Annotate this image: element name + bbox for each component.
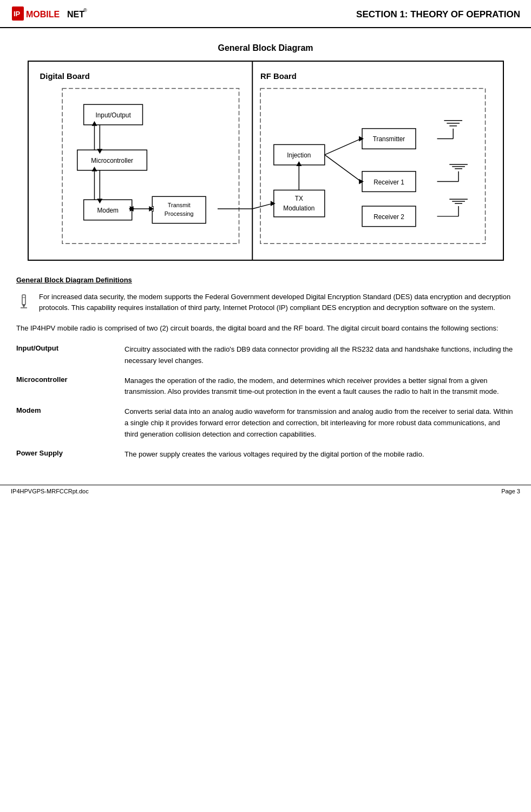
arrow-inj-rx1 [324, 155, 360, 181]
term-desc-modem: Converts serial data into an analog audi… [124, 406, 515, 440]
main-content: General Block Diagram Digital Board RF B… [0, 28, 531, 474]
transmit-processing-label1: Transmit [167, 202, 190, 208]
modulation-label: Modulation [283, 204, 314, 212]
pencil-icon [16, 293, 31, 313]
term-row-microcontroller: Microcontroller Manages the operation of… [16, 375, 515, 398]
footer-filename: IP4HPVGPS-MRFCCRpt.doc [11, 488, 89, 494]
receiver2-label: Receiver 2 [373, 213, 404, 221]
arrow-inj-tx [324, 138, 360, 155]
term-label-microcontroller: Microcontroller [16, 375, 124, 384]
term-row-modem: Modem Converts serial data into an analo… [16, 406, 515, 440]
note-text: For increased data security, the modem s… [39, 292, 515, 313]
body-paragraph: The IP4HPV mobile radio is comprised of … [16, 323, 515, 334]
svg-text:MOBILE: MOBILE [26, 10, 60, 19]
svg-marker-23 [22, 305, 25, 308]
rf-board-label: RF Board [260, 72, 297, 81]
term-label-modem: Modem [16, 406, 124, 414]
microcontroller-label: Microcontroller [91, 157, 133, 164]
input-output-label: Input/Output [95, 111, 131, 119]
svg-text:NET: NET [67, 10, 84, 19]
term-desc-power-supply: The power supply creates the various vol… [124, 449, 515, 460]
logo-svg: IP MOBILE NET ® [11, 4, 97, 25]
note-box: For increased data security, the modem s… [16, 292, 515, 313]
term-row-input-output: Input/Output Circuitry associated with t… [16, 344, 515, 367]
svg-text:®: ® [83, 8, 87, 13]
injection-label: Injection [287, 151, 311, 159]
section-title: SECTION 1: THEORY OF OEPRATION [356, 9, 520, 20]
arrow-border-txmod [252, 203, 273, 209]
transmit-processing-label2: Processing [164, 210, 193, 217]
digital-board-label: Digital Board [40, 72, 89, 81]
diagram-title: General Block Diagram [16, 43, 515, 53]
term-desc-input-output: Circuitry associated with the radio's DB… [124, 344, 515, 367]
page-header: IP MOBILE NET ® SECTION 1: THEORY OF OEP… [0, 0, 531, 28]
diagram-container: Digital Board RF Board Input/Output Micr… [28, 61, 504, 261]
footer-page: Page 3 [501, 488, 520, 494]
modem-label: Modem [97, 207, 119, 214]
receiver1-label: Receiver 1 [373, 179, 404, 186]
transmitter-label: Transmitter [372, 135, 405, 143]
term-row-power-supply: Power Supply The power supply creates th… [16, 449, 515, 460]
term-desc-microcontroller: Manages the operation of the radio, the … [124, 375, 515, 398]
logo: IP MOBILE NET ® [11, 4, 97, 25]
term-label-power-supply: Power Supply [16, 449, 124, 457]
term-label-input-output: Input/Output [16, 344, 124, 352]
tx-modulation-block [273, 190, 324, 216]
tx-label: TX [294, 195, 303, 202]
svg-rect-21 [22, 295, 25, 305]
terms-list: Input/Output Circuitry associated with t… [16, 344, 515, 460]
page-footer: IP4HPVGPS-MRFCCRpt.doc Page 3 [0, 485, 531, 497]
block-diagram-svg: Digital Board RF Board Input/Output Micr… [28, 61, 504, 261]
definitions-title: General Block Diagram Definitions [16, 276, 515, 284]
svg-text:IP: IP [14, 10, 21, 18]
